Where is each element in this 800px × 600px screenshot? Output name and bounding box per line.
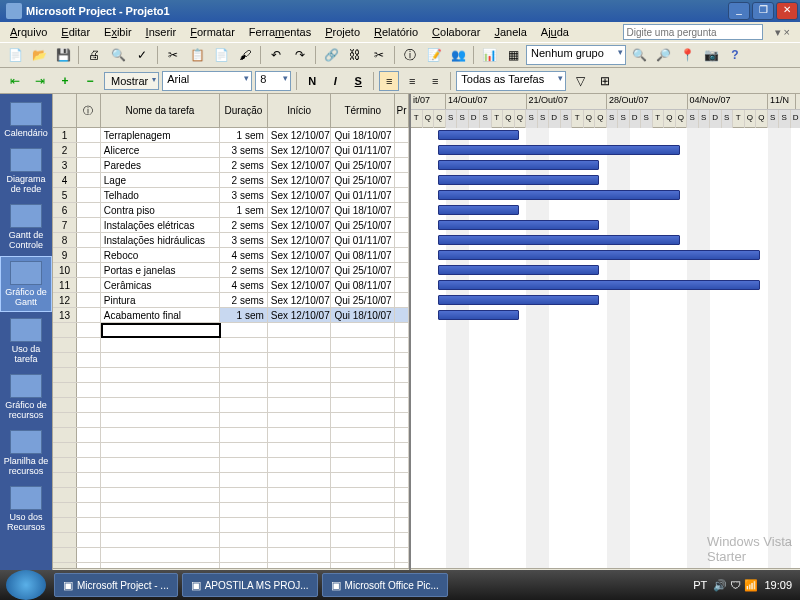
sidebar-item-7[interactable]: Uso dos Recursos [0, 482, 52, 536]
italic-button[interactable]: I [325, 71, 345, 91]
gantt-bar[interactable] [438, 160, 599, 170]
task-grid[interactable]: ⓘNome da tarefaDuraçãoInícioTérminoPr 1T… [53, 94, 411, 584]
menu-formatar[interactable]: Formatar [184, 24, 241, 40]
menu-ajuda[interactable]: Ajuda [535, 24, 575, 40]
col-header-3[interactable]: Duração [220, 94, 268, 127]
table-row[interactable]: 13Acabamento final1 semSex 12/10/07Qui 1… [53, 308, 409, 323]
font-select[interactable]: Arial [162, 71, 252, 91]
taskbar-item-0[interactable]: ▣Microsoft Project - ... [54, 573, 178, 597]
grid-body[interactable]: 1Terraplenagem1 semSex 12/10/07Qui 18/10… [53, 128, 409, 578]
table-row[interactable] [53, 398, 409, 413]
help-search-input[interactable] [623, 24, 763, 40]
sidebar-item-4[interactable]: Uso da tarefa [0, 314, 52, 368]
menu-arquivo[interactable]: Arquivo [4, 24, 53, 40]
col-header-0[interactable] [53, 94, 77, 127]
taskbar-item-2[interactable]: ▣Microsoft Office Pic... [322, 573, 448, 597]
col-header-4[interactable]: Início [268, 94, 332, 127]
align-center-button[interactable]: ≡ [402, 71, 422, 91]
menu-relatorio[interactable]: Relatório [368, 24, 424, 40]
table-row[interactable] [53, 518, 409, 533]
gantt-bar[interactable] [438, 265, 599, 275]
preview-button[interactable]: 🔍 [107, 44, 129, 66]
info-button[interactable]: ⓘ [399, 44, 421, 66]
table-row[interactable] [53, 353, 409, 368]
copy-pic-button[interactable]: 📷 [700, 44, 722, 66]
indent-arrow-icon[interactable]: ⇥ [29, 70, 51, 92]
sidebar-item-3[interactable]: Gráfico de Gantt [0, 256, 52, 312]
spelling-button[interactable]: ✓ [131, 44, 153, 66]
table-row[interactable]: 11Cerâmicas4 semsSex 12/10/07Qui 08/11/0… [53, 278, 409, 293]
gantt-bar[interactable] [438, 190, 680, 200]
group-button[interactable]: ▦ [502, 44, 524, 66]
split-button[interactable]: ✂ [368, 44, 390, 66]
open-button[interactable]: 📂 [28, 44, 50, 66]
gantt-bar[interactable] [438, 280, 760, 290]
col-header-1[interactable]: ⓘ [77, 94, 101, 127]
gantt-bar[interactable] [438, 145, 680, 155]
gantt-bar[interactable] [438, 205, 519, 215]
start-button[interactable] [6, 570, 46, 600]
table-row[interactable] [53, 323, 409, 338]
gantt-bar[interactable] [438, 175, 599, 185]
sidebar-item-1[interactable]: Diagrama de rede [0, 144, 52, 198]
help-dropdown-icon[interactable]: ▾ × [769, 24, 796, 41]
print-button[interactable]: 🖨 [83, 44, 105, 66]
copy-button[interactable]: 📋 [186, 44, 208, 66]
sidebar-item-5[interactable]: Gráfico de recursos [0, 370, 52, 424]
table-row[interactable]: 12Pintura2 semsSex 12/10/07Qui 25/10/07 [53, 293, 409, 308]
note-button[interactable]: 📝 [423, 44, 445, 66]
table-row[interactable] [53, 413, 409, 428]
new-button[interactable]: 📄 [4, 44, 26, 66]
align-right-button[interactable]: ≡ [425, 71, 445, 91]
align-left-button[interactable]: ≡ [379, 71, 399, 91]
gantt-bar[interactable] [438, 295, 599, 305]
col-header-5[interactable]: Término [331, 94, 395, 127]
gantt-bar[interactable] [438, 250, 760, 260]
unlink-button[interactable]: ⛓ [344, 44, 366, 66]
fontsize-select[interactable]: 8 [255, 71, 291, 91]
wbs-button[interactable]: ⊞ [594, 70, 616, 92]
table-row[interactable] [53, 443, 409, 458]
minimize-button[interactable]: _ [728, 2, 750, 20]
menu-ferramentas[interactable]: Ferramentas [243, 24, 317, 40]
table-row[interactable] [53, 458, 409, 473]
gantt-chart[interactable]: it/0714/Out/0721/Out/0728/Out/0704/Nov/0… [411, 94, 800, 584]
undo-button[interactable]: ↶ [265, 44, 287, 66]
table-row[interactable] [53, 428, 409, 443]
sidebar-item-0[interactable]: Calendário [0, 98, 52, 142]
underline-button[interactable]: S [348, 71, 368, 91]
col-header-6[interactable]: Pr [395, 94, 409, 127]
table-row[interactable]: 4Lage2 semsSex 12/10/07Qui 25/10/07 [53, 173, 409, 188]
table-row[interactable]: 9Reboco4 semsSex 12/10/07Qui 08/11/07 [53, 248, 409, 263]
table-row[interactable]: 10Portas e janelas2 semsSex 12/10/07Qui … [53, 263, 409, 278]
table-row[interactable]: 2Alicerce3 semsSex 12/10/07Qui 01/11/07 [53, 143, 409, 158]
table-row[interactable] [53, 488, 409, 503]
goto-button[interactable]: 📍 [676, 44, 698, 66]
outdent-arrow-icon[interactable]: ⇤ [4, 70, 26, 92]
table-row[interactable] [53, 503, 409, 518]
bold-button[interactable]: N [302, 71, 322, 91]
gantt-bar[interactable] [438, 220, 599, 230]
table-row[interactable] [53, 338, 409, 353]
assign-button[interactable]: 👥 [447, 44, 469, 66]
save-button[interactable]: 💾 [52, 44, 74, 66]
sidebar-item-6[interactable]: Planilha de recursos [0, 426, 52, 480]
menu-editar[interactable]: Editar [55, 24, 96, 40]
menu-janela[interactable]: Janela [488, 24, 532, 40]
tray-icons[interactable]: 🔊 🛡 📶 [713, 579, 758, 592]
help-button[interactable]: ? [724, 44, 746, 66]
gantt-bar[interactable] [438, 235, 680, 245]
taskbar-item-1[interactable]: ▣APOSTILA MS PROJ... [182, 573, 318, 597]
table-row[interactable] [53, 368, 409, 383]
format-painter-button[interactable]: 🖌 [234, 44, 256, 66]
sidebar-item-2[interactable]: Gantt de Controle [0, 200, 52, 254]
col-header-2[interactable]: Nome da tarefa [101, 94, 220, 127]
table-row[interactable]: 7Instalações elétricas2 semsSex 12/10/07… [53, 218, 409, 233]
table-row[interactable]: 1Terraplenagem1 semSex 12/10/07Qui 18/10… [53, 128, 409, 143]
table-row[interactable]: 5Telhado3 semsSex 12/10/07Qui 01/11/07 [53, 188, 409, 203]
table-row[interactable]: 8Instalações hidráulicas3 semsSex 12/10/… [53, 233, 409, 248]
minus-button[interactable]: − [79, 70, 101, 92]
publish-button[interactable]: 📊 [478, 44, 500, 66]
link-button[interactable]: 🔗 [320, 44, 342, 66]
table-row[interactable]: 6Contra piso1 semSex 12/10/07Qui 18/10/0… [53, 203, 409, 218]
